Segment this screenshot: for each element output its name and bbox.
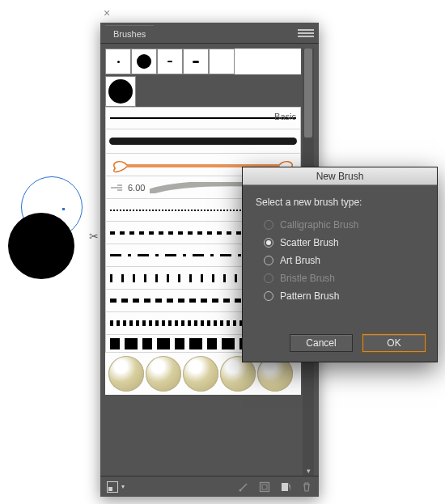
brush-swatch-large[interactable] bbox=[105, 76, 136, 107]
brush-swatch[interactable] bbox=[131, 49, 157, 74]
bristle-value: 6.00 bbox=[128, 183, 145, 193]
cancel-button[interactable]: Cancel bbox=[290, 334, 353, 352]
radio-icon[interactable] bbox=[264, 256, 273, 265]
option-pattern-brush[interactable]: Pattern Brush bbox=[256, 287, 424, 305]
new-brush-icon[interactable] bbox=[280, 481, 291, 493]
option-art-brush[interactable]: Art Brush bbox=[256, 252, 424, 269]
dialog-title: New Brush bbox=[243, 167, 437, 185]
option-calligraphic-brush: Calligraphic Brush bbox=[256, 216, 424, 234]
option-bristle-brush: Bristle Brush bbox=[256, 269, 424, 287]
canvas-circle-black[interactable] bbox=[8, 213, 74, 279]
radio-icon[interactable] bbox=[264, 291, 273, 301]
brush-swatch[interactable] bbox=[183, 49, 209, 74]
brush-swatch[interactable] bbox=[209, 49, 235, 74]
brush-item-basic[interactable]: Basic bbox=[105, 107, 301, 129]
chevron-down-icon[interactable]: ▾ bbox=[121, 483, 125, 490]
option-label: Bristle Brush bbox=[280, 273, 335, 284]
brush-label-basic: Basic bbox=[274, 112, 296, 121]
svg-rect-1 bbox=[261, 482, 269, 491]
option-label: Scatter Brush bbox=[280, 237, 339, 248]
brush-sphere[interactable] bbox=[108, 356, 144, 392]
calligraphic-swatch-row bbox=[105, 49, 301, 74]
radio-icon bbox=[264, 220, 273, 230]
brush-swatch[interactable] bbox=[157, 49, 183, 74]
svg-rect-2 bbox=[262, 485, 267, 489]
brush-sphere[interactable] bbox=[183, 356, 218, 392]
panel-menu-icon[interactable] bbox=[298, 28, 314, 39]
ok-button[interactable]: OK bbox=[362, 334, 426, 352]
option-scatter-brush[interactable]: Scatter Brush bbox=[256, 234, 424, 252]
dialog-prompt: Select a new brush type: bbox=[256, 197, 424, 208]
panel-header: Brushes bbox=[100, 23, 319, 44]
option-label: Pattern Brush bbox=[280, 290, 339, 302]
svg-point-0 bbox=[239, 489, 242, 491]
delete-brush-icon[interactable] bbox=[301, 481, 312, 493]
bristle-icon bbox=[110, 184, 123, 192]
anchor-point bbox=[62, 208, 65, 210]
scrollbar-thumb[interactable] bbox=[304, 49, 312, 138]
panel-footer: ▾ bbox=[100, 476, 319, 497]
scrollbar-down-icon[interactable]: ▾ bbox=[304, 466, 312, 476]
options-icon[interactable] bbox=[259, 481, 270, 493]
brush-swatch[interactable] bbox=[105, 49, 131, 74]
panel-tab-brushes[interactable]: Brushes bbox=[105, 25, 154, 40]
radio-icon[interactable] bbox=[264, 238, 273, 248]
brush-libraries-icon[interactable] bbox=[107, 481, 118, 493]
remove-stroke-icon[interactable] bbox=[238, 481, 249, 493]
brush-sphere[interactable] bbox=[146, 356, 181, 392]
option-label: Art Brush bbox=[280, 255, 320, 266]
brush-item-chalk[interactable] bbox=[105, 129, 301, 154]
panel-collapse-icon[interactable]: × bbox=[104, 6, 110, 19]
radio-icon bbox=[264, 273, 273, 283]
new-brush-dialog: New Brush Select a new brush type: Calli… bbox=[242, 167, 438, 362]
option-label: Calligraphic Brush bbox=[280, 219, 358, 231]
